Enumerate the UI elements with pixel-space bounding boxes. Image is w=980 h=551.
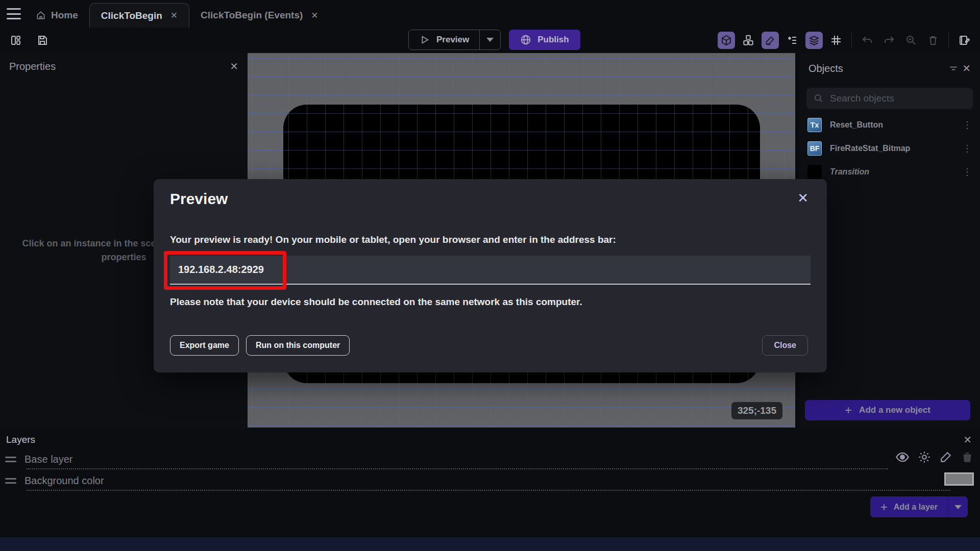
layer-row-background[interactable]: Background color bbox=[5, 470, 980, 491]
preview-button[interactable]: Preview bbox=[409, 30, 479, 49]
zoom-in-icon[interactable] bbox=[902, 32, 920, 49]
layer-divider bbox=[27, 468, 888, 469]
publish-button[interactable]: Publish bbox=[509, 30, 580, 50]
dialog-note: Please note that your device should be c… bbox=[170, 296, 582, 308]
kebab-menu-icon[interactable]: ⋮ bbox=[963, 143, 972, 154]
toolbar: Preview Publish bbox=[0, 28, 980, 53]
toolbar-divider bbox=[851, 33, 852, 48]
tab-scene[interactable]: ClickToBegin ✕ bbox=[89, 3, 189, 28]
close-icon[interactable]: ✕ bbox=[962, 62, 971, 74]
layers-icon[interactable] bbox=[805, 32, 823, 49]
preview-split-button: Preview bbox=[408, 30, 501, 50]
dialog-title: Preview bbox=[170, 190, 228, 208]
object-item-transition[interactable]: Transition ⋮ bbox=[799, 160, 980, 184]
object-name: Reset_Button bbox=[830, 120, 954, 130]
background-color-swatch[interactable] bbox=[944, 472, 974, 486]
preview-address-field[interactable]: 192.168.2.48:2929 bbox=[170, 256, 811, 285]
layer-row-base[interactable]: Base layer bbox=[5, 449, 980, 469]
dialog-message: Your preview is ready! On your mobile or… bbox=[170, 234, 616, 245]
objects-icon[interactable] bbox=[740, 32, 757, 49]
panels-layout-icon[interactable] bbox=[7, 32, 24, 49]
close-icon[interactable]: ✕ bbox=[311, 10, 318, 21]
save-icon[interactable] bbox=[34, 32, 51, 49]
text-object-icon: Tx bbox=[807, 118, 822, 132]
filter-icon[interactable] bbox=[945, 60, 962, 77]
preview-label: Preview bbox=[436, 35, 469, 45]
add-object-label: Add a new object bbox=[859, 405, 930, 415]
toolbar-center: Preview Publish bbox=[408, 30, 580, 50]
sprite-object-icon bbox=[807, 165, 822, 179]
effects-sun-icon[interactable] bbox=[918, 450, 931, 464]
add-layer-options-button[interactable] bbox=[948, 496, 968, 517]
home-icon bbox=[36, 10, 46, 20]
drag-handle-icon[interactable] bbox=[5, 457, 16, 462]
close-icon[interactable]: ✕ bbox=[170, 10, 178, 21]
tab-scene-label: ClickToBegin bbox=[101, 10, 162, 21]
edit-pencil-icon[interactable] bbox=[939, 450, 952, 464]
search-input[interactable] bbox=[830, 93, 966, 104]
cursor-coordinates: 325;-135 bbox=[731, 402, 782, 419]
play-icon bbox=[419, 34, 430, 45]
objects-title: Objects bbox=[808, 63, 843, 74]
trash-icon[interactable] bbox=[924, 32, 942, 49]
close-icon[interactable]: ✕ bbox=[230, 60, 238, 72]
close-icon[interactable]: ✕ bbox=[963, 434, 972, 446]
preview-dialog: Preview ✕ Your preview is ready! On your… bbox=[154, 179, 827, 372]
add-new-object-button[interactable]: + Add a new object bbox=[805, 400, 970, 420]
close-icon[interactable]: ✕ bbox=[797, 191, 808, 205]
objects-search[interactable] bbox=[806, 88, 973, 109]
tabs: Home ClickToBegin ✕ ClickToBegin (Events… bbox=[24, 3, 330, 28]
drag-handle-icon[interactable] bbox=[5, 478, 16, 484]
toolbar-left bbox=[7, 32, 51, 49]
edit-icon[interactable] bbox=[762, 32, 779, 49]
preview-options-button[interactable] bbox=[479, 30, 500, 49]
run-on-this-computer-button[interactable]: Run on this computer bbox=[246, 335, 350, 356]
search-icon bbox=[814, 93, 824, 104]
instances-list-icon[interactable] bbox=[783, 32, 801, 49]
add-layer-button[interactable]: + Add a layer bbox=[870, 496, 968, 517]
toolbar-divider bbox=[948, 33, 949, 48]
grid-icon[interactable] bbox=[827, 32, 845, 49]
object-name: Transition bbox=[830, 167, 954, 177]
chevron-down-icon bbox=[954, 505, 962, 509]
tab-home-label: Home bbox=[51, 10, 78, 21]
3d-view-icon[interactable] bbox=[718, 32, 735, 49]
object-item-reset-button[interactable]: Tx Reset_Button ⋮ bbox=[799, 113, 980, 137]
bottom-bar bbox=[0, 537, 980, 551]
gdevelop-app: Home ClickToBegin ✕ ClickToBegin (Events… bbox=[0, 0, 980, 551]
toolbar-right bbox=[718, 32, 973, 49]
delete-trash-icon[interactable] bbox=[961, 450, 974, 464]
tab-events-label: ClickToBegin (Events) bbox=[201, 10, 303, 21]
visibility-eye-icon[interactable] bbox=[895, 450, 910, 464]
tab-events[interactable]: ClickToBegin (Events) ✕ bbox=[189, 3, 329, 28]
edit-scene-properties-icon[interactable] bbox=[955, 32, 973, 49]
menu-icon[interactable] bbox=[7, 8, 21, 19]
kebab-menu-icon[interactable]: ⋮ bbox=[963, 119, 972, 131]
layer-name: Background color bbox=[24, 475, 104, 487]
chevron-down-icon bbox=[486, 38, 494, 42]
tab-bar: Home ClickToBegin ✕ ClickToBegin (Events… bbox=[0, 0, 980, 28]
close-button[interactable]: Close bbox=[762, 335, 808, 356]
redo-icon[interactable] bbox=[880, 32, 898, 49]
export-game-button[interactable]: Export game bbox=[170, 335, 239, 356]
add-layer-label: Add a layer bbox=[894, 503, 938, 512]
preview-address-value: 192.168.2.48:2929 bbox=[178, 264, 264, 276]
kebab-menu-icon[interactable]: ⋮ bbox=[963, 166, 972, 178]
undo-icon[interactable] bbox=[859, 32, 876, 49]
tab-home[interactable]: Home bbox=[24, 3, 89, 28]
object-item-fireratestat-bitmap[interactable]: BF FireRateStat_Bitmap ⋮ bbox=[799, 137, 980, 160]
object-name: FireRateStat_Bitmap bbox=[830, 144, 954, 153]
layers-title: Layers bbox=[6, 434, 35, 445]
globe-icon bbox=[520, 34, 531, 45]
layers-panel: Layers ✕ Base layer bbox=[0, 428, 980, 537]
layer-name: Base layer bbox=[24, 454, 73, 465]
layer-divider bbox=[27, 490, 950, 491]
properties-title: Properties bbox=[9, 61, 56, 72]
publish-label: Publish bbox=[537, 35, 569, 45]
bitmap-font-object-icon: BF bbox=[807, 141, 822, 156]
